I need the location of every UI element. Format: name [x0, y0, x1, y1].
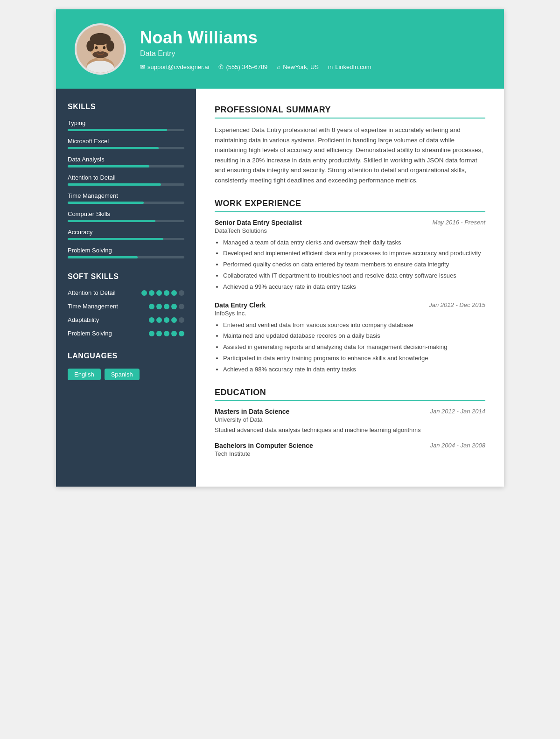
skill-name: Problem Solving	[68, 247, 184, 254]
soft-skill-item: Problem Solving	[68, 330, 184, 338]
job-date: May 2016 - Present	[433, 219, 485, 226]
header-contacts: ✉ support@cvdesigner.ai ✆ (555) 345-6789…	[140, 63, 371, 70]
jobs-list: Senior Data Entry Specialist May 2016 - …	[215, 219, 485, 375]
languages-title: LANGUAGES	[68, 352, 184, 360]
job-bullets: Managed a team of data entry clerks and …	[215, 238, 485, 292]
language-badges: EnglishSpanish	[68, 369, 184, 380]
job-bullet: Achieved a 98% accuracy rate in data ent…	[223, 365, 485, 375]
skill-name: Computer Skills	[68, 210, 184, 217]
skill-dot	[179, 290, 184, 296]
job-bullet: Entered and verified data from various s…	[223, 321, 485, 330]
summary-text: Experienced Data Entry professional with…	[215, 125, 485, 186]
edu-date: Jan 2012 - Jan 2014	[430, 408, 485, 415]
soft-skill-item: Time Management	[68, 303, 184, 311]
skill-dots	[149, 331, 184, 336]
job-bullet: Assisted in generating reports and analy…	[223, 342, 485, 352]
skill-dot	[149, 290, 154, 296]
svg-point-11	[99, 50, 102, 52]
skill-bar-fill	[68, 129, 167, 131]
header-title: Data Entry	[140, 49, 371, 58]
skill-name: Data Analysis	[68, 156, 184, 163]
edu-date: Jan 2004 - Jan 2008	[430, 442, 485, 449]
edu-description: Studied advanced data analysis technique…	[215, 425, 485, 435]
header-phone: ✆ (555) 345-6789	[218, 63, 267, 70]
skill-name: Accuracy	[68, 229, 184, 236]
skill-item: Microsoft Excel	[68, 138, 184, 149]
svg-point-10	[103, 46, 106, 49]
education-title: EDUCATION	[215, 388, 485, 401]
skill-dot	[164, 331, 169, 336]
skill-bar-background	[68, 202, 184, 204]
skills-section: SKILLS Typing Microsoft Excel Data Analy…	[68, 103, 184, 258]
avatar	[75, 23, 126, 75]
skill-dot	[149, 304, 154, 309]
skill-bar-fill	[68, 238, 163, 240]
skills-list: Typing Microsoft Excel Data Analysis Att…	[68, 119, 184, 258]
header-location: ⌂ NewYork, US	[277, 63, 319, 70]
skills-title: SKILLS	[68, 103, 184, 111]
skill-item: Data Analysis	[68, 156, 184, 167]
skill-dot	[164, 304, 169, 309]
header-info: Noah Williams Data Entry ✉ support@cvdes…	[140, 28, 371, 70]
skill-item: Computer Skills	[68, 210, 184, 222]
skill-name: Typing	[68, 119, 184, 126]
skill-dot	[156, 331, 162, 336]
edu-header: Bachelors in Computer Science Jan 2004 -…	[215, 442, 485, 449]
job-title: Senior Data Entry Specialist	[215, 219, 302, 226]
education-item: Bachelors in Computer Science Jan 2004 -…	[215, 442, 485, 457]
skill-dot	[179, 304, 184, 309]
skill-bar-background	[68, 147, 184, 149]
svg-point-7	[106, 40, 114, 51]
job-bullet: Maintained and updated database records …	[223, 331, 485, 341]
skill-dot	[171, 331, 177, 336]
skill-item: Attention to Detail	[68, 174, 184, 186]
skill-bar-background	[68, 129, 184, 131]
edu-header: Masters in Data Science Jan 2012 - Jan 2…	[215, 408, 485, 415]
skill-dot	[156, 304, 162, 309]
phone-icon: ✆	[218, 63, 224, 70]
skill-dot	[179, 331, 184, 336]
skill-bar-background	[68, 256, 184, 258]
header-name: Noah Williams	[140, 28, 371, 48]
languages-section: LANGUAGES EnglishSpanish	[68, 352, 184, 380]
job-bullet: Performed quality checks on data entered…	[223, 260, 485, 270]
skill-item: Time Management	[68, 192, 184, 204]
skill-dot	[171, 317, 177, 323]
job-bullet: Developed and implemented efficient data…	[223, 249, 485, 258]
language-badge: English	[68, 369, 101, 380]
soft-skill-name: Time Management	[68, 303, 149, 311]
location-icon: ⌂	[277, 63, 280, 70]
skill-dot	[149, 331, 154, 336]
work-section: WORK EXPERIENCE Senior Data Entry Specia…	[215, 199, 485, 375]
skill-bar-fill	[68, 220, 155, 222]
job-bullet: Achieved a 99% accuracy rate in data ent…	[223, 282, 485, 292]
skill-bar-fill	[68, 183, 161, 186]
skill-dots	[149, 317, 184, 323]
soft-skill-item: Adaptability	[68, 316, 184, 324]
job-company: DataTech Solutions	[215, 227, 485, 234]
sidebar: SKILLS Typing Microsoft Excel Data Analy…	[56, 89, 196, 487]
summary-title: PROFESSIONAL SUMMARY	[215, 105, 485, 119]
language-badge: Spanish	[105, 369, 140, 380]
soft-skill-item: Attention to Detail	[68, 289, 184, 297]
skill-dot	[171, 304, 177, 309]
skill-bar-background	[68, 165, 184, 167]
skill-bar-background	[68, 220, 184, 222]
resume-container: Noah Williams Data Entry ✉ support@cvdes…	[56, 9, 504, 487]
job-item: Senior Data Entry Specialist May 2016 - …	[215, 219, 485, 292]
job-bullet: Participated in data entry training prog…	[223, 354, 485, 363]
svg-point-9	[95, 46, 98, 49]
summary-section: PROFESSIONAL SUMMARY Experienced Data En…	[215, 105, 485, 186]
job-date: Jan 2012 - Dec 2015	[429, 301, 485, 308]
body: SKILLS Typing Microsoft Excel Data Analy…	[56, 89, 504, 487]
job-company: InfoSys Inc.	[215, 310, 485, 317]
edu-degree: Masters in Data Science	[215, 408, 289, 415]
skill-bar-fill	[68, 202, 144, 204]
job-header: Data Entry Clerk Jan 2012 - Dec 2015	[215, 301, 485, 309]
skill-bar-background	[68, 183, 184, 186]
job-header: Senior Data Entry Specialist May 2016 - …	[215, 219, 485, 226]
header-email: ✉ support@cvdesigner.ai	[140, 63, 209, 70]
skill-item: Accuracy	[68, 229, 184, 240]
skill-dot	[164, 317, 169, 323]
skill-dot	[141, 290, 147, 296]
